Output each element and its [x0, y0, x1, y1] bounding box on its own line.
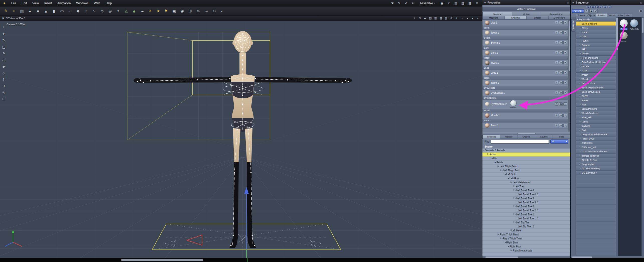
edit-shader-icon[interactable]: ✎ [555, 31, 558, 34]
category-dragonfly-codebluevfx[interactable]: ▸Dragonfly-CodeblueVFX [576, 132, 616, 137]
edit-shader-icon[interactable]: ✎ [555, 81, 558, 84]
shader-menu-ic[interactable]: ▾ [563, 81, 567, 84]
shading-scrollbar-thumb[interactable] [569, 21, 570, 71]
rotate-tool-icon[interactable]: ↻ [1, 38, 7, 43]
category-metal[interactable]: ▸Metal [576, 30, 616, 34]
category-water[interactable]: ▸Water [576, 73, 616, 77]
tree-item-right-foot[interactable]: └▾Right Foot [482, 245, 570, 249]
tree-item-right-shin[interactable]: └▾Right Shin [482, 241, 570, 245]
edit-shader-icon[interactable]: ✎ [555, 51, 558, 54]
category-basic-displacements[interactable]: ▸Basic Displacements [576, 85, 616, 90]
shader-ball-moon[interactable] [620, 31, 628, 40]
folder-arrow-icon[interactable]: ▸ [580, 61, 581, 63]
shading-item-eyemoisture-2[interactable]: EyeMoisture 2Transp.✎⊡▾ [482, 100, 570, 108]
universal-manipulator-icon[interactable]: ✚ [1, 31, 7, 37]
tree-item-left-heel[interactable]: └Left Heel [482, 229, 570, 233]
tree-item-left-small-toe-3-2[interactable]: └Left Small Toe 3_2 [482, 201, 570, 205]
shading-item-eyesocket-1[interactable]: EyeSocket 1✎⊡▾ [482, 90, 570, 96]
category-painted-surfaces[interactable]: ▸painted surfaces [576, 154, 616, 158]
browser-hscrollbar[interactable] [571, 256, 644, 258]
marker-icon[interactable]: ◆ [589, 9, 593, 13]
tree-expand-icon[interactable]: ▾ [501, 170, 502, 172]
camera-pan-icon[interactable]: ◇ [1, 70, 7, 76]
category-wood[interactable]: ▸Wood [576, 77, 616, 81]
category-basic-shaders[interactable]: ▸Basic Shaders [576, 22, 616, 26]
folder-arrow-icon[interactable]: ▸ [580, 82, 581, 84]
find-filter-dropdown[interactable]: All ▾ [550, 140, 568, 144]
folder-arrow-icon[interactable]: ▸ [580, 44, 581, 46]
category-sub-surface-scattering[interactable]: ▸Sub Surface Scattering [576, 60, 616, 64]
tab-parameters[interactable]: Parameters [541, 12, 570, 16]
layout-three-icon[interactable]: ▦ [439, 16, 443, 20]
folder-arrow-icon[interactable]: ▸ [580, 133, 581, 135]
viewport-options-icon[interactable]: ≡ [476, 16, 480, 20]
select-tool-icon[interactable]: ↖ [1, 25, 7, 30]
shader-ball-reflect-bump[interactable] [630, 19, 638, 27]
browser-vertical-tab[interactable]: Browser [571, 19, 575, 32]
brush-tool-icon[interactable]: ✐ [404, 1, 409, 6]
layout-two-icon[interactable]: ▥ [434, 16, 438, 20]
link-icon[interactable]: ∞ [202, 8, 210, 15]
shader-menu-ic[interactable]: ▾ [563, 91, 567, 94]
folder-arrow-icon[interactable]: ▸ [580, 129, 581, 131]
tree-item-right-metatarsals[interactable]: └▾Right Metatarsals [482, 249, 570, 253]
subtab-effects[interactable]: Effects [527, 16, 549, 20]
tab-scenes[interactable]: Scenes [576, 13, 586, 17]
sphere-primitive-icon[interactable]: ● [26, 8, 34, 15]
plane-primitive-icon[interactable]: ▭ [58, 8, 66, 15]
tree-hscrollbar-thumb[interactable] [485, 256, 518, 258]
shading-item-torso-1[interactable]: Torso 1✎⊡▾ [482, 80, 570, 86]
tree-expand-icon[interactable]: ▾ [508, 246, 509, 248]
tree-expand-icon[interactable]: ▾ [505, 242, 506, 244]
tree-item-left-big-toe-2[interactable]: └Left Big Toe_2 [482, 225, 570, 229]
tree-expand-icon[interactable]: ▾ [501, 238, 502, 240]
shader-menu-ic[interactable]: ▾ [563, 31, 567, 34]
tree-item-left-shin[interactable]: └▾Left Shin [482, 173, 570, 177]
tree-item-left-small-toe-1[interactable]: └▾Left Small Toe 1 [482, 213, 570, 217]
layout-b-icon[interactable]: ▥ [460, 1, 466, 6]
tree-expand-icon[interactable]: ▾ [511, 250, 512, 252]
layout-c-icon[interactable]: ▦ [467, 1, 473, 6]
edit-shader-icon[interactable]: ✎ [555, 61, 558, 64]
hand-tool-icon[interactable]: ☐ [1, 96, 7, 102]
viewport-3d[interactable]: ▣ 3DView of Doc1 ⌖⊙▰▤▥▦▧⊚✦◔◑●≡ Camera 1 … [0, 16, 482, 258]
folder-arrow-icon[interactable]: ▸ [580, 108, 581, 110]
tree-expand-icon[interactable]: ▾ [514, 214, 516, 216]
shading-item-mouth-1[interactable]: Mouth 1✎⊡▾ [482, 112, 570, 118]
grid-icon[interactable]: ▦ [639, 9, 643, 13]
cone-primitive-icon[interactable]: ▲ [42, 8, 50, 15]
category-world-gardens[interactable]: ▸World Gardens [576, 111, 616, 115]
folder-arrow-icon[interactable]: ▸ [580, 167, 581, 169]
folder-arrow-icon[interactable]: ▸ [580, 116, 581, 118]
category-scrollbar[interactable] [616, 17, 618, 256]
edit-shader-icon[interactable]: ✎ [555, 114, 558, 117]
tree-expand-icon[interactable]: ▾ [492, 158, 493, 160]
tree-item-actor[interactable]: └▾Actor [482, 153, 570, 157]
tree-item-right-thigh-bend[interactable]: └▾Right Thigh Bend [482, 233, 570, 237]
edit-shader-icon[interactable]: ✎ [555, 124, 558, 127]
category-my-shaders[interactable]: ▸My Shaders [576, 17, 616, 22]
folder-arrow-icon[interactable]: ▸ [580, 35, 581, 37]
viewport-titlebar[interactable]: ▣ 3DView of Doc1 ⌖⊙▰▤▥▦▧⊚✦◔◑●≡ [0, 16, 482, 21]
tree-item-left-thigh-bend[interactable]: └▾Left Thigh Bend [482, 165, 570, 169]
preview-quality-icon[interactable]: ⊙ [418, 16, 422, 20]
vertex-object-icon[interactable]: ◇ [98, 8, 106, 15]
shader-menu-ic[interactable]: ▾ [563, 61, 567, 64]
folder-arrow-icon[interactable]: ▸ [580, 57, 581, 59]
menu-animation[interactable]: Animation [55, 0, 73, 6]
tree-item-left-small-toe-2-2[interactable]: └Left Small Toe 2_2 [482, 209, 570, 213]
category-hair[interactable]: ▸Hair [576, 102, 616, 107]
tree-expand-icon[interactable]: ▾ [498, 234, 499, 236]
category-forest-drive[interactable]: ▸Forest Drive [576, 137, 616, 141]
shading-item-lips-1[interactable]: Lips 1✎⊡▾ [482, 20, 570, 26]
detach-shader-icon[interactable]: ⊡ [559, 51, 563, 54]
tree-item-pelvis[interactable]: └▾Pelvis [482, 161, 570, 165]
splitter-grip[interactable] [518, 133, 536, 134]
tree-item-left-small-toe-1-2[interactable]: └Left Small Toe 1_2 [482, 217, 570, 221]
properties-header[interactable]: ◆ Properties ▤ [482, 0, 570, 5]
tab-shaders[interactable]: Shaders [596, 13, 607, 17]
tree-hscrollbar[interactable] [482, 256, 570, 258]
detach-shader-icon[interactable]: ⊡ [559, 114, 563, 117]
tab-shaders[interactable]: Shaders [518, 135, 535, 139]
production-frame-icon[interactable]: ⌖ [413, 16, 417, 20]
